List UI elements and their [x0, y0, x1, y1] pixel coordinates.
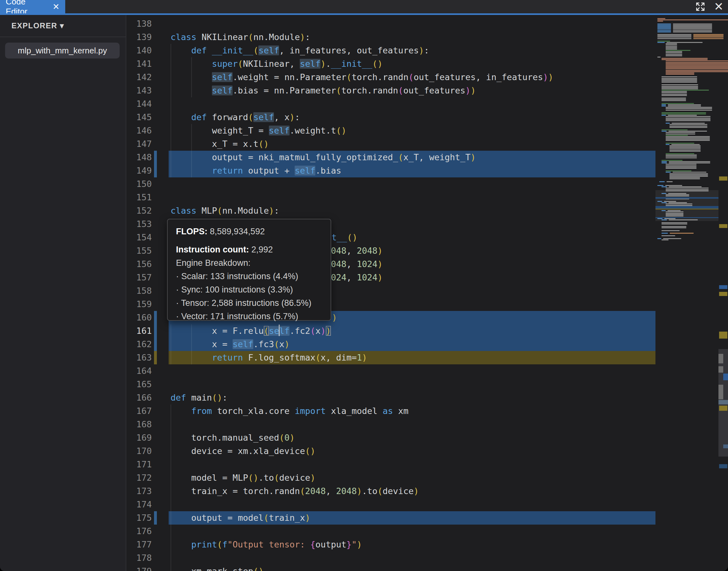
code-line[interactable]: 175 output = model(train_x): [126, 511, 655, 525]
line-number: 147: [126, 137, 152, 151]
line-number: 156: [126, 257, 152, 271]
line-number: 178: [126, 551, 152, 565]
gutter-change-bar: [154, 311, 157, 324]
tooltip-instruction-count: Instruction count: 2,992: [176, 243, 322, 256]
line-number: 158: [126, 284, 152, 298]
tooltip-flops: FLOPS: 8,589,934,592: [176, 224, 322, 238]
code-line[interactable]: 164: [126, 364, 655, 378]
gutter-change-bar: [154, 351, 157, 364]
gutter-change-bar: [154, 324, 157, 338]
line-number: 172: [126, 471, 152, 484]
ruler-mark: [718, 366, 723, 373]
code-line[interactable]: 166def main():: [126, 391, 655, 405]
tooltip-bullet-vector: · Vector: 171 instructions (5.7%): [176, 310, 322, 323]
code-line[interactable]: 142 self.weight = nn.Parameter(torch.ran…: [126, 71, 655, 84]
code-line[interactable]: 148 output = nki_matmul_fully_optimized_…: [126, 151, 655, 164]
code-line[interactable]: 179 xm.mark_step(): [126, 565, 655, 571]
line-number: 161: [126, 324, 152, 338]
tooltip-bullet-sync: · Sync: 100 instructions (3.3%): [176, 283, 322, 296]
line-number: 173: [126, 484, 152, 498]
minimap-highlight-mark: [655, 217, 718, 218]
code-line[interactable]: 177 print(f"Output tensor: {output}"): [126, 538, 655, 551]
line-number: 148: [126, 151, 152, 164]
line-number: 170: [126, 445, 152, 458]
code-line[interactable]: 151: [126, 191, 655, 204]
line-number: 139: [126, 30, 152, 44]
tooltip-engine-label: Engine Breakdown:: [176, 256, 322, 269]
explorer-header[interactable]: EXPLORER ▾: [0, 15, 126, 37]
code-line[interactable]: 146 weight_T = self.weight.t(): [126, 124, 655, 137]
minimap-visible-region[interactable]: [655, 190, 718, 221]
profiler-tooltip: FLOPS: 8,589,934,592 Instruction count: …: [167, 219, 331, 321]
code-line[interactable]: 161 x = F.relu(self.fc2(x)): [126, 324, 655, 338]
line-number: 168: [126, 418, 152, 431]
code-line[interactable]: 138: [126, 17, 655, 30]
code-line[interactable]: 165: [126, 378, 655, 391]
ruler-mark: [719, 177, 727, 181]
ruler-mark: [719, 464, 727, 468]
code-line[interactable]: 173 train_x = torch.randn(2048, 2048).to…: [126, 484, 655, 498]
tab-code-editor[interactable]: Code Editor ✕: [0, 0, 65, 13]
code-line[interactable]: 169 torch.manual_seed(0): [126, 431, 655, 445]
code-line[interactable]: 141 super(NKILinear, self).__init__(): [126, 57, 655, 71]
code-editor-window: Code Editor ✕ ✕ EXPLORER ▾ mlp_with_mm_k…: [0, 0, 728, 571]
code-line[interactable]: 152class MLP(nn.Module):: [126, 204, 655, 217]
code-line[interactable]: 172 model = MLP().to(device): [126, 471, 655, 484]
expand-icon[interactable]: [695, 1, 706, 12]
ruler-mark: [719, 406, 727, 411]
explorer-sidebar: EXPLORER ▾ mlp_with_mm_kernel.py: [0, 15, 126, 571]
tab-close-icon[interactable]: ✕: [53, 3, 60, 11]
code-line[interactable]: 144: [126, 97, 655, 111]
code-line[interactable]: 167 from torch_xla.core import xla_model…: [126, 405, 655, 418]
ruler-mark: [719, 292, 727, 296]
ruler-mark: [719, 224, 727, 228]
code-line[interactable]: 162 x = self.fc3(x): [126, 338, 655, 351]
ruler-mark: [718, 400, 728, 405]
line-number: 144: [126, 97, 152, 111]
line-number: 159: [126, 298, 152, 311]
file-item[interactable]: mlp_with_mm_kernel.py: [5, 42, 120, 59]
code-line[interactable]: 150: [126, 178, 655, 191]
ruler-mark: [718, 385, 723, 399]
ruler-mark: [719, 332, 727, 339]
minimap-highlight-mark: [655, 197, 718, 199]
tooltip-bullet-tensor: · Tensor: 2,588 instructions (86.5%): [176, 296, 322, 310]
code-line[interactable]: 147 x_T = x.t(): [126, 137, 655, 151]
line-number: 160: [126, 311, 152, 324]
code-line[interactable]: 171: [126, 458, 655, 471]
line-number: 152: [126, 204, 152, 217]
code-line[interactable]: 168: [126, 418, 655, 431]
minimap[interactable]: [655, 15, 718, 571]
line-number: 176: [126, 525, 152, 538]
ruler-mark: [723, 445, 728, 448]
line-number: 140: [126, 44, 152, 57]
file-name: mlp_with_mm_kernel.py: [18, 46, 107, 55]
ruler-mark: [719, 285, 727, 289]
code-line[interactable]: 174: [126, 498, 655, 511]
code-line[interactable]: 139class NKILinear(nn.Module):: [126, 30, 655, 44]
close-icon[interactable]: ✕: [714, 1, 724, 12]
line-number: 169: [126, 431, 152, 445]
gutter-change-bar: [154, 338, 157, 351]
line-number: 141: [126, 57, 152, 71]
minimap-highlight-mark: [655, 206, 718, 209]
line-number: 149: [126, 164, 152, 178]
code-line[interactable]: 145 def forward(self, x):: [126, 111, 655, 124]
line-number: 175: [126, 511, 152, 525]
code-line[interactable]: 143 self.bias = nn.Parameter(torch.randn…: [126, 84, 655, 97]
tooltip-bullet-scalar: · Scalar: 133 instructions (4.4%): [176, 269, 322, 283]
line-number: 145: [126, 111, 152, 124]
code-line[interactable]: 170 device = xm.xla_device(): [126, 445, 655, 458]
code-line[interactable]: 178: [126, 551, 655, 565]
line-number: 146: [126, 124, 152, 137]
code-line[interactable]: 140 def __init__(self, in_features, out_…: [126, 44, 655, 57]
code-line[interactable]: 149 return output + self.bias: [126, 164, 655, 178]
line-number: 154: [126, 231, 152, 244]
code-line[interactable]: 176: [126, 525, 655, 538]
line-number: 153: [126, 217, 152, 231]
ruler-mark: [718, 354, 723, 363]
ruler-mark: [723, 373, 728, 380]
code-line[interactable]: 163 return F.log_softmax(x, dim=1): [126, 351, 655, 364]
line-number: 142: [126, 71, 152, 84]
line-number: 163: [126, 351, 152, 364]
